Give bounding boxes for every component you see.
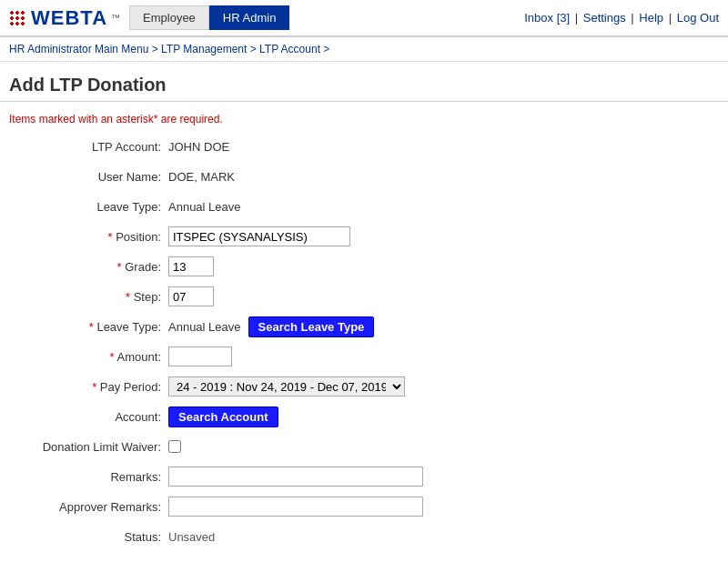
- pay-period-value[interactable]: 24 - 2019 : Nov 24, 2019 - Dec 07, 2019 …: [168, 376, 719, 396]
- remarks-input[interactable]: [168, 467, 423, 487]
- pay-period-select[interactable]: 24 - 2019 : Nov 24, 2019 - Dec 07, 2019 …: [168, 376, 405, 396]
- form-area: Items marked with an asterisk* are requi…: [0, 107, 728, 562]
- status-value: Unsaved: [168, 530, 719, 544]
- approver-remarks-label: Approver Remarks:: [9, 500, 168, 514]
- ltp-account-row: LTP Account: JOHN DOE: [9, 135, 719, 158]
- help-link[interactable]: Help: [639, 11, 663, 25]
- amount-row: * Amount:: [9, 345, 719, 368]
- donation-limit-row: Donation Limit Waiver:: [9, 435, 719, 458]
- breadcrumb-ltp[interactable]: LTP Management: [161, 43, 247, 55]
- approver-remarks-input[interactable]: [168, 497, 423, 517]
- search-account-button[interactable]: Search Account: [168, 406, 278, 427]
- remarks-label: Remarks:: [9, 470, 168, 484]
- grade-value[interactable]: [168, 256, 719, 276]
- logo: WEBTA™: [9, 6, 120, 30]
- leave-type-field: Annual Leave Search Leave Type: [168, 316, 719, 337]
- remarks-row: Remarks:: [9, 465, 719, 488]
- approver-remarks-value[interactable]: [168, 497, 719, 517]
- inbox-link[interactable]: Inbox [3]: [524, 11, 570, 25]
- leave-type-top-value: Annual Leave: [168, 200, 719, 214]
- account-label: Account:: [9, 410, 168, 424]
- leave-type-top-label: Leave Type:: [9, 200, 168, 214]
- donation-limit-value[interactable]: [168, 440, 719, 453]
- logo-tm: ™: [111, 13, 120, 23]
- leave-type-row: * Leave Type: Annual Leave Search Leave …: [9, 315, 719, 338]
- grade-row: * Grade:: [9, 255, 719, 278]
- nav-tab-hradmin[interactable]: HR Admin: [209, 5, 290, 30]
- step-row: * Step:: [9, 285, 719, 308]
- donation-limit-label: Donation Limit Waiver:: [9, 440, 168, 454]
- pay-period-label: * Pay Period:: [9, 380, 168, 394]
- position-value[interactable]: [168, 226, 719, 246]
- logo-area: WEBTA™ Employee HR Admin: [9, 5, 289, 30]
- step-label: * Step:: [9, 290, 168, 304]
- account-row: Account: Search Account: [9, 405, 719, 428]
- account-value: Search Account: [168, 406, 719, 427]
- logo-dots-icon: [9, 10, 25, 26]
- step-value[interactable]: [168, 286, 719, 306]
- nav-tabs: Employee HR Admin: [129, 5, 289, 30]
- pay-period-row: * Pay Period: 24 - 2019 : Nov 24, 2019 -…: [9, 375, 719, 398]
- settings-link[interactable]: Settings: [583, 11, 626, 25]
- grade-label: * Grade:: [9, 260, 168, 274]
- status-badge: Unsaved: [168, 530, 215, 544]
- total-hours-row: Total Hours Needed: 240:00: [9, 555, 719, 562]
- grade-input[interactable]: [168, 256, 214, 276]
- leave-type-label: * Leave Type:: [9, 320, 168, 334]
- amount-value[interactable]: [168, 346, 719, 366]
- donation-limit-checkbox[interactable]: [168, 440, 181, 453]
- page-title: Add LTP Donation: [0, 62, 728, 102]
- breadcrumb: HR Administrator Main Menu > LTP Managem…: [0, 37, 728, 62]
- amount-label: * Amount:: [9, 350, 168, 364]
- position-row: * Position:: [9, 225, 719, 248]
- step-input[interactable]: [168, 286, 214, 306]
- header-right: Inbox [3] | Settings | Help | Log Out: [524, 11, 719, 25]
- breadcrumb-main[interactable]: HR Administrator Main Menu: [9, 43, 148, 55]
- ltp-account-label: LTP Account:: [9, 140, 168, 154]
- user-name-value: DOE, MARK: [168, 170, 719, 184]
- nav-tab-employee[interactable]: Employee: [129, 5, 209, 30]
- required-note: Items marked with an asterisk* are requi…: [9, 113, 719, 125]
- ltp-account-value: JOHN DOE: [168, 140, 719, 154]
- user-name-label: User Name:: [9, 170, 168, 184]
- status-label: Status:: [9, 530, 168, 544]
- status-row: Status: Unsaved: [9, 525, 719, 548]
- breadcrumb-account[interactable]: LTP Account: [259, 43, 320, 55]
- position-label: * Position:: [9, 230, 168, 244]
- remarks-value[interactable]: [168, 467, 719, 487]
- logout-link[interactable]: Log Out: [677, 11, 719, 25]
- leave-type-top-row: Leave Type: Annual Leave: [9, 195, 719, 218]
- user-name-row: User Name: DOE, MARK: [9, 165, 719, 188]
- amount-input[interactable]: [168, 346, 232, 366]
- approver-remarks-row: Approver Remarks:: [9, 495, 719, 518]
- search-leave-type-button[interactable]: Search Leave Type: [248, 316, 375, 337]
- logo-text: WEBTA: [31, 6, 107, 30]
- header: WEBTA™ Employee HR Admin Inbox [3] | Set…: [0, 0, 728, 37]
- position-input[interactable]: [168, 226, 350, 246]
